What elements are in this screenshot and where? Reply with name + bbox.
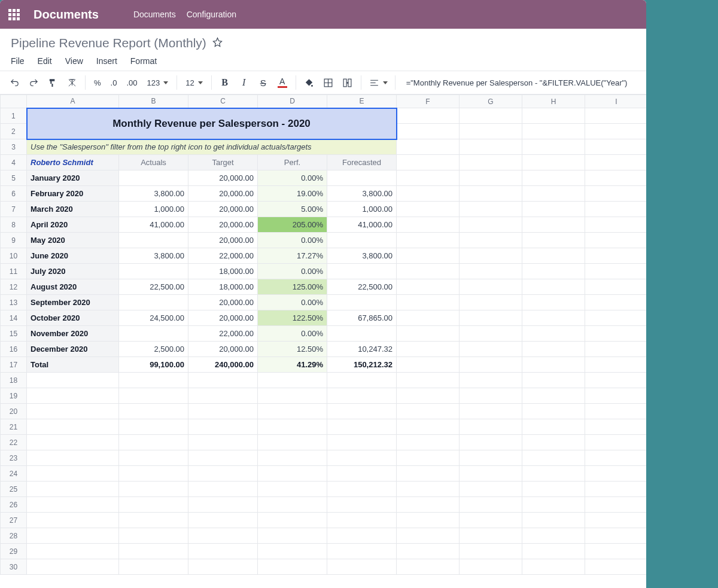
cell[interactable]: [327, 450, 397, 466]
cell[interactable]: 41,000.00: [327, 217, 397, 233]
cell[interactable]: [188, 497, 258, 513]
cell[interactable]: [327, 233, 397, 248]
cell[interactable]: [460, 233, 522, 248]
row-header[interactable]: 5: [1, 170, 27, 186]
cell[interactable]: [327, 544, 397, 559]
cell[interactable]: [188, 482, 258, 497]
cell[interactable]: [397, 450, 460, 466]
cell[interactable]: [585, 559, 647, 575]
row-header[interactable]: 21: [1, 419, 27, 435]
cell[interactable]: 20,000.00: [188, 170, 258, 186]
cell[interactable]: [27, 373, 119, 388]
cell[interactable]: [27, 513, 119, 528]
row-header[interactable]: 15: [1, 326, 27, 342]
cell[interactable]: [188, 513, 258, 528]
menu-format[interactable]: Format: [130, 56, 157, 66]
cell[interactable]: 18,000.00: [188, 279, 258, 295]
cell[interactable]: [397, 528, 460, 544]
row-header[interactable]: 30: [1, 559, 27, 575]
cell[interactable]: [585, 404, 647, 419]
cell[interactable]: 22,000.00: [188, 326, 258, 342]
cell[interactable]: [258, 513, 327, 528]
cell[interactable]: [585, 248, 647, 264]
cell[interactable]: [327, 559, 397, 575]
document-title[interactable]: Pipeline Revenue Report (Monthly): [11, 36, 206, 50]
cell[interactable]: [119, 559, 188, 575]
row-header[interactable]: 29: [1, 544, 27, 559]
cell[interactable]: Total: [27, 357, 119, 373]
merge-cells-icon[interactable]: [339, 74, 356, 92]
chevron-down-icon[interactable]: [383, 81, 388, 84]
cell[interactable]: [397, 419, 460, 435]
cell[interactable]: [522, 108, 585, 124]
corner-cell[interactable]: [1, 95, 27, 108]
cell[interactable]: [522, 186, 585, 202]
cell[interactable]: [397, 513, 460, 528]
cell[interactable]: [585, 435, 647, 450]
cell[interactable]: [27, 466, 119, 482]
cell[interactable]: 99,100.00: [119, 357, 188, 373]
format-percent-button[interactable]: %: [90, 78, 105, 87]
cell[interactable]: [119, 170, 188, 186]
cell[interactable]: Roberto Schmidt: [27, 155, 119, 170]
col-header[interactable]: H: [522, 95, 585, 108]
cell[interactable]: 17.27%: [258, 248, 327, 264]
cell[interactable]: [585, 450, 647, 466]
cell[interactable]: [397, 373, 460, 388]
cell[interactable]: 3,800.00: [327, 186, 397, 202]
cell[interactable]: [327, 528, 397, 544]
cell[interactable]: [522, 435, 585, 450]
cell[interactable]: 0.00%: [258, 326, 327, 342]
row-header[interactable]: 20: [1, 404, 27, 419]
cell[interactable]: [460, 544, 522, 559]
cell[interactable]: Monthly Revenue per Salesperson - 2020: [27, 108, 397, 139]
cell[interactable]: [460, 264, 522, 279]
cell[interactable]: 20,000.00: [188, 202, 258, 217]
star-icon[interactable]: [212, 37, 224, 49]
cell[interactable]: [460, 108, 522, 124]
cell[interactable]: [522, 202, 585, 217]
cell[interactable]: [460, 202, 522, 217]
cell[interactable]: 3,800.00: [119, 186, 188, 202]
cell[interactable]: [188, 435, 258, 450]
cell[interactable]: [258, 559, 327, 575]
cell[interactable]: [522, 279, 585, 295]
cell[interactable]: [27, 528, 119, 544]
cell[interactable]: 122.50%: [258, 310, 327, 326]
nav-link-configuration[interactable]: Configuration: [187, 10, 236, 19]
cell[interactable]: [460, 326, 522, 342]
cell[interactable]: 20,000.00: [188, 233, 258, 248]
cell[interactable]: [460, 279, 522, 295]
cell[interactable]: 2,500.00: [119, 342, 188, 357]
cell[interactable]: [585, 264, 647, 279]
cell[interactable]: [119, 419, 188, 435]
align-icon[interactable]: [366, 74, 383, 92]
cell[interactable]: [119, 435, 188, 450]
cell[interactable]: October 2020: [27, 310, 119, 326]
row-header[interactable]: 18: [1, 373, 27, 388]
cell[interactable]: [460, 528, 522, 544]
cell[interactable]: [258, 466, 327, 482]
cell[interactable]: [522, 139, 585, 155]
cell[interactable]: [188, 373, 258, 388]
row-header[interactable]: 2: [1, 124, 27, 139]
bold-icon[interactable]: B: [217, 74, 233, 92]
strikethrough-icon[interactable]: S: [255, 74, 272, 92]
cell[interactable]: [258, 373, 327, 388]
cell[interactable]: [327, 513, 397, 528]
text-color-icon[interactable]: A: [274, 74, 291, 92]
row-header[interactable]: 14: [1, 310, 27, 326]
cell[interactable]: Forecasted: [327, 155, 397, 170]
cell[interactable]: [585, 108, 647, 124]
cell[interactable]: [460, 404, 522, 419]
col-header[interactable]: C: [188, 95, 258, 108]
cell[interactable]: [258, 497, 327, 513]
row-header[interactable]: 6: [1, 186, 27, 202]
cell[interactable]: [585, 528, 647, 544]
cell[interactable]: 19.00%: [258, 186, 327, 202]
cell[interactable]: [522, 419, 585, 435]
cell[interactable]: [327, 497, 397, 513]
row-header[interactable]: 26: [1, 497, 27, 513]
cell[interactable]: [460, 435, 522, 450]
cell[interactable]: [258, 388, 327, 404]
